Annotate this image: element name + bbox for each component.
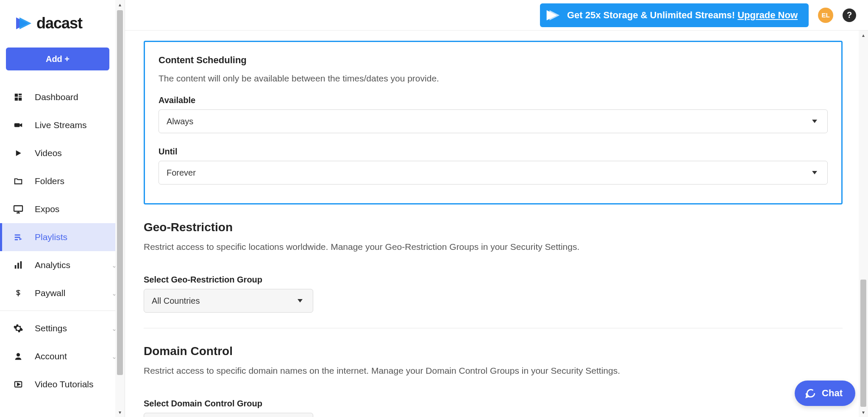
scroll-up-icon[interactable]: ▴: [859, 31, 868, 40]
section-title: Content Scheduling: [159, 55, 828, 66]
sidebar-item-livestreams[interactable]: Live Streams: [0, 111, 125, 139]
sidebar-item-label: Settings: [35, 323, 67, 333]
svg-point-13: [17, 353, 20, 356]
add-button[interactable]: Add +: [6, 48, 109, 70]
sidebar-item-label: Live Streams: [35, 120, 87, 130]
video-play-icon: [13, 380, 24, 389]
field-label: Until: [159, 147, 828, 157]
chart-icon: [13, 260, 24, 270]
sidebar-item-label: Video Tutorials: [35, 379, 94, 389]
section-description: Restrict access to specific locations wo…: [144, 242, 843, 252]
svg-rect-10: [15, 265, 17, 269]
playlist-icon: [13, 232, 24, 242]
svg-rect-1: [19, 94, 22, 95]
sidebar-item-tutorials[interactable]: Video Tutorials: [0, 370, 125, 398]
sidebar-item-analytics[interactable]: Analytics ⌄: [0, 251, 125, 279]
section-description: The content will only be available betwe…: [159, 73, 828, 84]
section-description: Restrict access to specific domain names…: [144, 366, 843, 376]
camera-icon: [13, 120, 24, 130]
select-value: Always: [167, 117, 193, 126]
domain-control-select[interactable]: All Referrers: [144, 413, 313, 417]
sidebar-item-folders[interactable]: Folders: [0, 167, 125, 195]
logo-icon: [15, 17, 32, 30]
svg-rect-2: [19, 96, 22, 97]
sidebar-item-account[interactable]: Account ⌄: [0, 342, 125, 370]
sidebar-item-label: Expos: [35, 204, 59, 214]
svg-rect-7: [15, 235, 20, 236]
caret-down-icon: [298, 299, 303, 302]
gear-icon: [13, 323, 24, 333]
nav: Dashboard Live Streams Videos Folders Ex…: [0, 83, 125, 398]
svg-rect-8: [15, 237, 20, 238]
content-scheduling-section: Content Scheduling The content will only…: [144, 41, 843, 204]
dollar-icon: [13, 288, 24, 298]
section-title: Domain Control: [144, 344, 843, 358]
chat-icon: [805, 388, 816, 399]
person-icon: [13, 352, 24, 361]
logo[interactable]: dacast: [0, 0, 125, 41]
svg-rect-0: [15, 94, 18, 97]
available-select[interactable]: Always: [159, 109, 828, 133]
sidebar-item-label: Account: [35, 351, 67, 361]
content-scrollbar[interactable]: ▴ ▾: [859, 31, 868, 417]
svg-rect-4: [19, 98, 22, 101]
upgrade-banner[interactable]: Get 25x Storage & Unlimited Streams! Upg…: [540, 3, 809, 27]
select-value: Forever: [167, 168, 196, 178]
sidebar-item-expos[interactable]: Expos: [0, 195, 125, 223]
field-label: Available: [159, 95, 828, 105]
logo-text: dacast: [36, 14, 82, 32]
logo-icon: [546, 9, 560, 21]
chat-label: Chat: [822, 388, 843, 399]
content: Content Scheduling The content will only…: [125, 31, 868, 417]
sidebar-item-label: Dashboard: [35, 92, 78, 102]
sidebar-item-label: Analytics: [35, 260, 70, 270]
until-select[interactable]: Forever: [159, 161, 828, 185]
sidebar-scrollbar[interactable]: ▴ ▾: [115, 0, 125, 417]
svg-rect-3: [15, 98, 18, 101]
play-icon: [13, 149, 24, 157]
avatar[interactable]: EL: [818, 8, 833, 23]
sidebar-item-videos[interactable]: Videos: [0, 139, 125, 167]
monitor-icon: [13, 204, 24, 214]
nav-divider: [0, 311, 125, 311]
select-value: All Countries: [152, 296, 200, 306]
field-label: Select Geo-Restriction Group: [144, 275, 843, 285]
sidebar-item-playlists[interactable]: Playlists: [0, 223, 125, 251]
caret-down-icon: [812, 171, 817, 174]
sidebar-item-label: Videos: [35, 148, 62, 158]
caret-down-icon: [812, 120, 817, 123]
dashboard-icon: [13, 92, 24, 102]
sidebar-item-dashboard[interactable]: Dashboard: [0, 83, 125, 111]
scroll-down-icon[interactable]: ▾: [115, 408, 125, 417]
scroll-down-icon[interactable]: ▾: [859, 408, 868, 417]
chat-button[interactable]: Chat: [795, 381, 855, 406]
sidebar-item-settings[interactable]: Settings ⌄: [0, 314, 125, 342]
sidebar-item-label: Folders: [35, 176, 64, 186]
sidebar: dacast Add + Dashboard Live Streams Vide…: [0, 0, 125, 417]
svg-rect-5: [14, 123, 20, 127]
help-icon[interactable]: ?: [843, 8, 856, 22]
svg-rect-11: [17, 263, 19, 269]
scroll-up-icon[interactable]: ▴: [115, 0, 125, 9]
divider: [144, 328, 843, 328]
sidebar-item-label: Paywall: [35, 288, 65, 298]
sidebar-item-label: Playlists: [35, 232, 67, 242]
geo-restriction-select[interactable]: All Countries: [144, 289, 313, 313]
sidebar-item-paywall[interactable]: Paywall ⌄: [0, 279, 125, 307]
section-title: Geo-Restriction: [144, 221, 843, 234]
upgrade-text: Get 25x Storage & Unlimited Streams! Upg…: [567, 10, 798, 21]
svg-rect-9: [15, 239, 18, 241]
folder-icon: [13, 176, 24, 186]
topbar: Get 25x Storage & Unlimited Streams! Upg…: [125, 0, 868, 31]
svg-rect-6: [14, 206, 22, 211]
field-label: Select Domain Control Group: [144, 399, 843, 409]
main: Get 25x Storage & Unlimited Streams! Upg…: [125, 0, 868, 417]
svg-rect-12: [20, 261, 22, 269]
